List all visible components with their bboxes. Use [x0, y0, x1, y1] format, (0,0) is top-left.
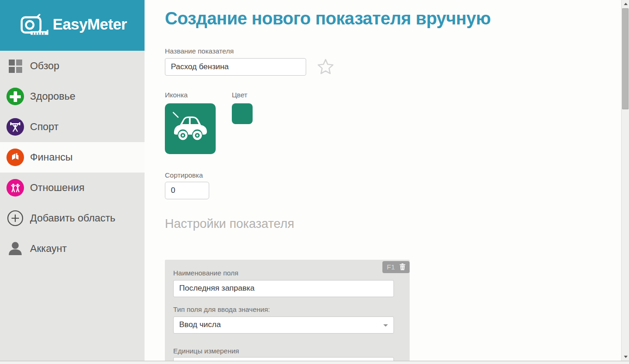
sidebar-nav: Обзор Здоровье — [0, 51, 145, 264]
car-icon — [170, 108, 211, 149]
star-icon — [317, 70, 334, 77]
tape-measure-icon — [20, 14, 50, 37]
sidebar-item-health[interactable]: Здоровье — [0, 81, 145, 112]
sidebar-item-label: Аккаунт — [30, 243, 67, 255]
sort-label: Сортировка — [165, 171, 621, 179]
dropdown-caret-icon — [383, 324, 388, 327]
scrollbar-thumb[interactable] — [622, 8, 629, 109]
settings-heading: Настройки показателя — [165, 217, 621, 231]
sidebar-item-account[interactable]: Аккаунт — [0, 233, 145, 264]
brand-name: EasyMeter — [53, 16, 127, 33]
bottom-bar — [0, 361, 629, 364]
sidebar-item-label: Финансы — [30, 151, 73, 163]
field-badge-label: F1 — [387, 263, 395, 271]
field-badge: F1 — [382, 261, 410, 273]
main-content: Создание нового показателя вручную Назва… — [145, 0, 621, 361]
field-type-select[interactable]: Ввод числа — [173, 316, 394, 334]
scroll-up-arrow-icon — [624, 3, 628, 5]
color-label: Цвет — [232, 91, 253, 99]
field-name-input[interactable] — [173, 280, 394, 297]
icon-label: Иконка — [165, 91, 232, 99]
favorite-button[interactable] — [317, 58, 334, 75]
add-circle-icon — [6, 209, 24, 227]
field-card: F1 Наименование поля Тип поля для ввода … — [165, 260, 410, 361]
sidebar-item-label: Отношения — [30, 182, 85, 194]
sidebar-item-sport[interactable]: Спорт — [0, 112, 145, 142]
sidebar-item-relations[interactable]: Отношения — [0, 173, 145, 203]
health-plus-icon — [6, 87, 24, 106]
scroll-up-button[interactable] — [622, 0, 629, 8]
sidebar-item-label: Обзор — [30, 60, 60, 72]
scroll-down-arrow-icon — [624, 356, 628, 358]
sidebar-item-finance[interactable]: Финансы — [0, 142, 145, 173]
indicator-name-input[interactable] — [165, 58, 306, 76]
indicator-name-label: Название показателя — [165, 47, 621, 55]
units-input[interactable] — [173, 357, 394, 361]
vertical-scrollbar[interactable] — [621, 0, 629, 361]
delete-field-button[interactable] — [399, 263, 405, 270]
field-type-label: Тип поля для ввода значения: — [173, 305, 401, 313]
sidebar: EasyMeter Обзор Здоро — [0, 0, 145, 361]
sort-input[interactable] — [165, 182, 209, 199]
person-icon — [6, 239, 24, 258]
icon-picker-button[interactable] — [165, 103, 216, 154]
page-title: Создание нового показателя вручную — [165, 8, 621, 30]
field-type-selected-value: Ввод числа — [179, 320, 221, 329]
grid-icon — [6, 57, 24, 75]
color-swatch-button[interactable] — [232, 103, 253, 124]
trash-icon — [399, 265, 405, 272]
sidebar-item-label: Здоровье — [30, 90, 75, 102]
brand-logo[interactable]: EasyMeter — [0, 0, 145, 51]
scroll-down-button[interactable] — [622, 353, 629, 361]
field-name-label: Наименование поля — [173, 269, 401, 277]
sidebar-item-add-area[interactable]: Добавить область — [0, 203, 145, 233]
sidebar-item-label: Спорт — [30, 121, 59, 133]
wallet-icon — [6, 148, 24, 167]
sidebar-item-overview[interactable]: Обзор — [0, 51, 145, 81]
sidebar-item-label: Добавить область — [30, 212, 115, 224]
people-icon — [6, 179, 24, 197]
units-label: Единицы измерения — [173, 347, 401, 355]
weightlifter-icon — [6, 118, 24, 136]
